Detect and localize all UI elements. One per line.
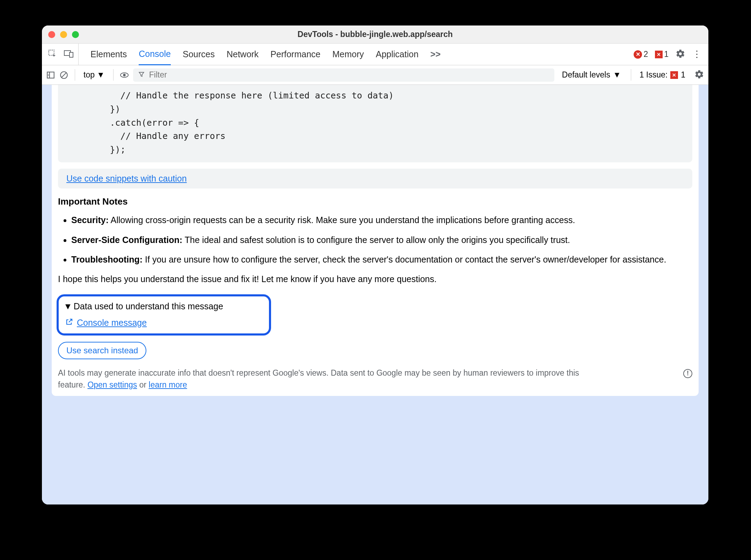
filter-input[interactable] [149, 70, 549, 80]
more-menu-icon[interactable]: ⋮ [692, 49, 701, 60]
chevron-down-icon: ▼ [613, 70, 621, 80]
issues-badge[interactable]: ✕ 1 [655, 50, 669, 59]
tab-application[interactable]: Application [376, 44, 418, 65]
data-used-callout: ▼ Data used to understand this message C… [57, 294, 271, 336]
note-item: Server-Side Configuration: The ideal and… [71, 233, 692, 247]
note-item: Troubleshooting: If you are unsure how t… [71, 253, 692, 266]
clear-console-icon[interactable] [59, 71, 68, 80]
inspect-icon[interactable] [48, 49, 57, 60]
caution-box: Use code snippets with caution [58, 169, 692, 189]
open-external-icon [65, 318, 73, 327]
svg-line-6 [62, 73, 66, 77]
code-snippet: // Handle the response here (limited acc… [58, 85, 692, 162]
filter-icon [138, 71, 145, 79]
live-expression-icon[interactable] [120, 71, 129, 80]
window-controls [48, 31, 79, 38]
closing-text: I hope this helps you understand the iss… [52, 273, 699, 286]
tab-elements[interactable]: Elements [90, 44, 127, 65]
sidebar-toggle-icon[interactable] [46, 71, 55, 80]
minimize-window-button[interactable] [60, 31, 67, 38]
maximize-window-button[interactable] [72, 31, 79, 38]
settings-icon[interactable] [676, 49, 685, 60]
tab-overflow[interactable]: >> [430, 44, 440, 65]
tab-network[interactable]: Network [227, 44, 259, 65]
panel-tabs: Elements Console Sources Network Perform… [80, 44, 632, 65]
tab-sources[interactable]: Sources [183, 44, 215, 65]
tab-console[interactable]: Console [139, 44, 171, 65]
filter-input-container [133, 68, 554, 82]
use-search-instead-button[interactable]: Use search instead [58, 342, 146, 359]
ai-insight-card: // Handle the response here (limited acc… [52, 85, 699, 396]
chevron-down-icon: ▼ [97, 70, 105, 80]
errors-badge[interactable]: ✕ 2 [634, 50, 648, 59]
window-title: DevTools - bubble-jingle.web.app/search [298, 30, 453, 39]
console-toolbar: top ▼ Default levels ▼ 1 Issue: ✕ 1 [42, 65, 708, 85]
close-window-button[interactable] [48, 31, 55, 38]
disclosure-triangle-icon: ▼ [64, 301, 72, 311]
svg-point-8 [123, 74, 125, 76]
learn-more-link[interactable]: learn more [149, 380, 187, 389]
note-item: Security: Allowing cross-origin requests… [71, 213, 692, 227]
panel-tabs-row: Elements Console Sources Network Perform… [42, 44, 708, 65]
devtools-window: DevTools - bubble-jingle.web.app/search … [42, 25, 708, 504]
tab-memory[interactable]: Memory [332, 44, 364, 65]
log-levels-selector[interactable]: Default levels ▼ [559, 70, 625, 80]
tab-performance[interactable]: Performance [270, 44, 320, 65]
info-icon[interactable]: ! [683, 369, 692, 378]
issue-flag-icon: ✕ [655, 51, 663, 58]
caution-link[interactable]: Use code snippets with caution [66, 174, 187, 183]
console-content: // Handle the response here (limited acc… [42, 85, 708, 504]
console-message-link[interactable]: Console message [77, 318, 147, 328]
issues-indicator[interactable]: 1 Issue: ✕ 1 [637, 70, 687, 80]
ai-disclaimer: AI tools may generate inaccurate info th… [58, 367, 692, 391]
titlebar: DevTools - bubble-jingle.web.app/search [42, 25, 708, 44]
execution-context-selector[interactable]: top ▼ [81, 70, 107, 80]
important-notes-section: Important Notes Security: Allowing cross… [52, 189, 699, 266]
data-used-disclosure[interactable]: ▼ Data used to understand this message [64, 301, 264, 311]
notes-heading: Important Notes [58, 196, 692, 207]
device-toolbar-icon[interactable] [64, 49, 74, 60]
svg-rect-2 [70, 52, 73, 57]
open-settings-link[interactable]: Open settings [87, 380, 137, 389]
console-settings-icon[interactable] [694, 69, 704, 81]
issue-flag-icon: ✕ [670, 71, 678, 79]
error-icon: ✕ [634, 50, 642, 59]
